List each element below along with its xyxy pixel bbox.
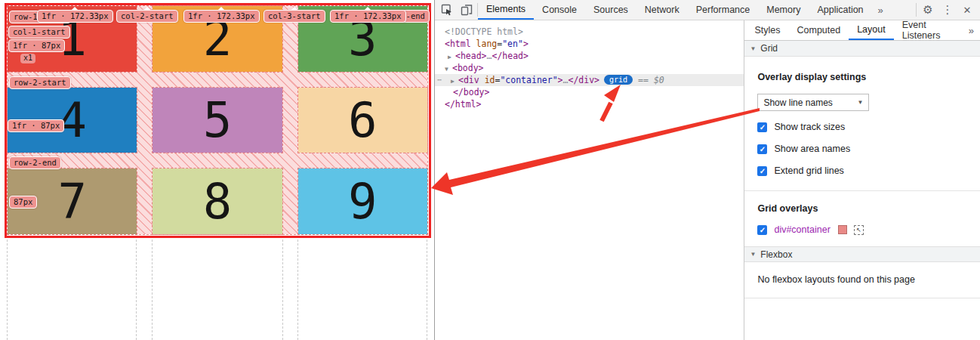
extended-grid-line — [152, 240, 153, 340]
devtools-toolbar: Elements Console Sources Network Perform… — [435, 0, 980, 20]
grid-track-size-label-col-1: 1fr · 172.33px — [37, 10, 113, 23]
grid-track-size-label-col-3: 1fr · 172.33px — [330, 10, 406, 23]
grid-track-size-label-row-2: 1fr · 87px — [8, 119, 64, 132]
checkbox-checked-icon[interactable]: ✓ — [757, 225, 767, 235]
extended-grid-line — [427, 240, 427, 340]
grid-repeat-badge: x1 — [20, 54, 35, 63]
grid-overlay-container-row[interactable]: ✓ div#container ↖ — [757, 224, 980, 236]
tab-event-listeners[interactable]: Event Listeners — [894, 20, 963, 40]
grid-line-label-col-2-start: col-2-start — [116, 10, 178, 23]
chevron-down-icon: ▼ — [858, 99, 864, 106]
tab-performance[interactable]: Performance — [688, 0, 759, 20]
device-toolbar-icon[interactable] — [461, 4, 473, 16]
selected-node-hint: == $0 — [638, 75, 664, 85]
inspect-element-icon[interactable] — [441, 4, 453, 16]
tab-computed[interactable]: Computed — [788, 20, 849, 40]
grid-cell-9: 9 — [298, 168, 427, 234]
tab-styles[interactable]: Styles — [746, 20, 788, 40]
flexbox-empty-message: No flexbox layouts found on this page — [757, 274, 980, 285]
sidebar-tabs: Styles Computed Layout Event Listeners » — [744, 20, 980, 41]
grid-line-label-col-3-start: col-3-start — [263, 10, 325, 23]
grid-line-label-row-2-start: row-2-start — [9, 76, 71, 89]
css-grid-container: 1 2 3 4 5 6 7 8 9 — [8, 6, 427, 234]
dom-line-html-close[interactable]: </html> — [435, 98, 744, 110]
checkbox-checked-icon[interactable]: ✓ — [757, 144, 767, 154]
dom-line-html-open[interactable]: <html lang="en"> — [435, 38, 744, 50]
settings-gear-icon[interactable]: ⚙ — [920, 2, 936, 18]
dom-line-body-close[interactable]: </body> — [435, 86, 744, 98]
tab-application[interactable]: Application — [809, 0, 871, 20]
extended-grid-line — [7, 240, 8, 340]
tab-console[interactable]: Console — [534, 0, 585, 20]
flexbox-section-header[interactable]: ▼ Flexbox — [744, 246, 980, 262]
more-tabs-icon[interactable]: » — [963, 20, 980, 40]
extended-grid-line — [282, 240, 283, 340]
devtools-window: Elements Console Sources Network Perform… — [434, 0, 980, 340]
kebab-menu-icon[interactable]: ⋮ — [939, 2, 956, 18]
close-icon[interactable]: ✕ — [959, 2, 975, 18]
browser-page: 1 2 3 4 5 6 7 8 9 row-1-start 1fr · 172.… — [0, 0, 434, 340]
checkbox-checked-icon[interactable]: ✓ — [757, 122, 767, 132]
elements-sidebar: Styles Computed Layout Event Listeners »… — [744, 20, 980, 340]
tab-sources[interactable]: Sources — [585, 0, 636, 20]
line-names-dropdown[interactable]: Show line names ▼ — [757, 94, 869, 111]
more-tabs-icon[interactable]: » — [872, 0, 889, 20]
grid-track-size-label-row-1: 1fr · 87px — [8, 39, 65, 52]
grid-cell-5: 5 — [153, 88, 282, 153]
overlay-element-selector[interactable]: div#container — [774, 224, 830, 235]
section-collapse-icon: ▼ — [750, 45, 756, 52]
grid-overlays-title: Grid overlays — [757, 203, 980, 214]
tab-layout[interactable]: Layout — [849, 20, 894, 40]
tab-elements[interactable]: Elements — [478, 0, 534, 20]
grid-cell-8: 8 — [153, 168, 282, 234]
inspect-target-icon[interactable]: ↖ — [854, 225, 864, 235]
show-area-names-checkbox-row[interactable]: ✓ Show area names — [757, 143, 980, 155]
tab-network[interactable]: Network — [636, 0, 688, 20]
extended-grid-line — [136, 240, 137, 340]
grid-badge[interactable]: grid — [604, 75, 633, 85]
overlay-color-swatch[interactable] — [838, 225, 847, 234]
grid-section-header[interactable]: ▼ Grid — [744, 41, 980, 57]
dom-line-body-open[interactable]: ▼<body> — [435, 62, 744, 74]
elements-dom-tree: <!DOCTYPE html> <html lang="en"> ▶<head>… — [435, 20, 744, 340]
show-track-sizes-checkbox-row[interactable]: ✓ Show track sizes — [757, 121, 980, 133]
dom-line-head[interactable]: ▶<head>…</head> — [435, 50, 744, 62]
toolbar-divider — [916, 3, 917, 17]
divider — [744, 298, 980, 298]
grid-overlays-content: Grid overlays ✓ div#container ↖ — [744, 191, 980, 236]
grid-cell-6: 6 — [298, 88, 427, 153]
overlay-display-settings-title: Overlay display settings — [757, 72, 980, 82]
tab-memory[interactable]: Memory — [758, 0, 809, 20]
checkbox-checked-icon[interactable]: ✓ — [757, 166, 767, 176]
grid-line-label-row-2-end: row-2-end — [9, 156, 61, 169]
extended-grid-line — [297, 240, 298, 340]
grid-track-size-label-col-2: 1fr · 172.33px — [183, 10, 260, 23]
grid-section-content: Overlay display settings Show line names… — [744, 57, 980, 177]
grid-line-label-col-1-start: col-1-start — [8, 26, 70, 39]
section-collapse-icon: ▼ — [750, 251, 756, 258]
dom-line-doctype[interactable]: <!DOCTYPE html> — [435, 26, 744, 38]
extend-grid-lines-checkbox-row[interactable]: ✓ Extend grid lines — [757, 165, 980, 177]
flexbox-section-content: No flexbox layouts found on this page — [744, 262, 980, 285]
screenshot-root: 1 2 3 4 5 6 7 8 9 row-1-start 1fr · 172.… — [0, 0, 980, 340]
dom-line-div-container-selected[interactable]: ⋯▶<div id="container">…</div>grid== $0 — [435, 74, 744, 86]
grid-track-size-label-row-3: 87px — [9, 196, 37, 209]
row-actions-icon[interactable]: ⋯ — [437, 74, 442, 86]
